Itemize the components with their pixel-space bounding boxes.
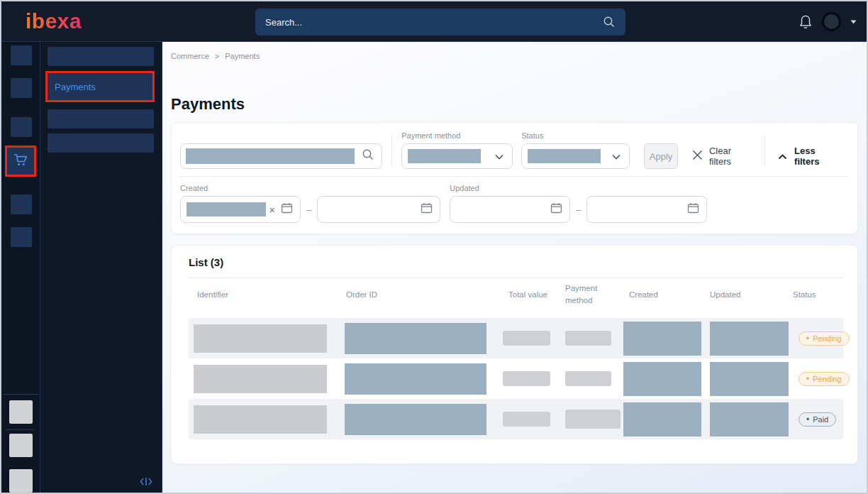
clear-filters-label: Clear filters [709, 146, 752, 167]
table-row[interactable]: Paid [189, 399, 843, 439]
nav-icon-placeholder-3[interactable] [11, 117, 32, 137]
order-id-redacted-cell [345, 404, 486, 435]
filters-divider-1 [391, 135, 392, 166]
ibexa-logo[interactable]: ibexa [26, 9, 82, 33]
created-date-group: Created × – [180, 184, 440, 223]
shopping-cart-icon [12, 153, 29, 170]
table-header-row: Identifier Order ID Total value Payment … [189, 278, 843, 311]
nav-icon-placeholder-2[interactable] [11, 78, 32, 98]
updated-redacted-cell [710, 322, 789, 356]
app-window: ibexa Search... [0, 0, 868, 494]
panel-item-payments-highlighted[interactable]: Payments [45, 71, 155, 102]
panel-item-placeholder-4[interactable] [48, 133, 154, 153]
created-redacted-cell [623, 322, 701, 356]
chevron-down-icon [612, 150, 621, 163]
status-redacted-value [528, 149, 601, 163]
filters-card: Payment method Status [171, 122, 858, 234]
status-badge: Pending [799, 372, 850, 386]
search-redacted-value [186, 148, 355, 164]
panel-item-placeholder-3[interactable] [48, 109, 154, 128]
clear-filters-button[interactable]: Clear filters [692, 143, 752, 169]
calendar-icon[interactable] [550, 202, 562, 216]
nav-icon-placeholder-6[interactable] [11, 227, 32, 247]
page-title: Payments [171, 95, 245, 114]
main-nav-rail [1, 42, 40, 493]
filters-divider-2 [764, 135, 765, 166]
global-search-input[interactable]: Search... [255, 9, 625, 35]
column-header-payment-method: Payment method [565, 282, 609, 307]
updated-redacted-cell [710, 402, 789, 437]
panel-item-payments-label: Payments [55, 82, 96, 92]
column-header-order-id: Order ID [346, 290, 508, 299]
total-value-redacted-cell [503, 371, 550, 386]
chevron-down-icon [495, 150, 503, 163]
nav-item-commerce-highlighted[interactable] [5, 146, 36, 177]
order-id-redacted-cell [345, 363, 486, 395]
column-header-identifier: Identifier [197, 290, 346, 299]
main-content: Commerce > Payments Payments Payment [162, 42, 867, 493]
filters-row-dates: Created × – [172, 177, 857, 230]
column-header-status: Status [793, 290, 843, 299]
breadcrumb-commerce[interactable]: Commerce [171, 52, 209, 60]
payment-method-redacted-cell [565, 331, 611, 346]
search-icon[interactable] [362, 148, 374, 164]
status-label: Status [521, 131, 630, 140]
user-menu-caret-icon[interactable] [850, 20, 857, 24]
date-range-dash: – [576, 204, 581, 215]
less-filters-label: Less filters [794, 146, 839, 167]
column-header-updated: Updated [710, 290, 793, 299]
rail-bottom-placeholder-1[interactable] [9, 400, 33, 424]
status-select[interactable] [521, 143, 630, 169]
panel-collapse-icon[interactable] [140, 476, 152, 489]
total-value-redacted-cell [503, 331, 550, 346]
created-from-date-input[interactable]: × [180, 196, 301, 223]
filters-row-primary: Payment method Status [172, 123, 857, 176]
breadcrumb: Commerce > Payments [171, 52, 260, 60]
topbar: ibexa Search... [1, 1, 867, 42]
rail-separator-bottom [6, 429, 34, 430]
apply-button[interactable]: Apply [644, 143, 678, 169]
less-filters-button[interactable]: Less filters [778, 143, 839, 169]
payment-method-select[interactable] [401, 143, 513, 169]
close-icon [692, 150, 703, 163]
created-to-date-input[interactable] [317, 196, 440, 223]
nav-icon-placeholder-5[interactable] [11, 194, 32, 214]
table-row[interactable]: Pending [189, 318, 843, 358]
created-redacted-cell [623, 402, 701, 437]
payment-method-redacted-cell [565, 371, 611, 386]
status-badge: Paid [799, 412, 836, 427]
breadcrumb-separator: > [215, 52, 219, 60]
rail-bottom-placeholder-3[interactable] [9, 469, 33, 493]
created-label: Created [180, 184, 440, 192]
payment-method-redacted-cell [565, 410, 621, 429]
user-avatar[interactable] [822, 12, 841, 31]
app-body: Payments Commerce > Payments Payments [1, 42, 867, 493]
updated-redacted-cell [710, 362, 789, 396]
panel-item-placeholder-1[interactable] [48, 47, 154, 66]
secondary-nav-panel: Payments [40, 42, 162, 493]
list-search-input[interactable] [180, 143, 382, 169]
date-range-dash: – [306, 204, 311, 215]
notifications-bell-icon[interactable] [799, 14, 813, 30]
calendar-icon[interactable] [421, 202, 433, 216]
identifier-redacted-cell [194, 405, 327, 434]
updated-to-date-input[interactable] [586, 196, 707, 223]
identifier-redacted-cell [194, 365, 327, 393]
payment-method-redacted-value [408, 149, 481, 163]
list-heading: List (3) [172, 246, 857, 278]
updated-from-date-input[interactable] [450, 196, 570, 223]
updated-date-group: Updated – [450, 184, 707, 223]
rail-bottom-placeholder-2[interactable] [9, 434, 33, 457]
calendar-icon[interactable] [281, 202, 293, 216]
order-id-redacted-cell [345, 323, 486, 354]
clear-date-icon[interactable]: × [269, 204, 275, 215]
status-filter-group: Status [521, 131, 630, 169]
table-row[interactable]: Pending [189, 358, 843, 399]
calendar-icon[interactable] [687, 202, 699, 216]
identifier-redacted-cell [194, 324, 327, 353]
total-value-redacted-cell [503, 412, 550, 427]
topbar-actions [799, 1, 857, 42]
nav-icon-placeholder-1[interactable] [11, 45, 32, 65]
payment-method-label: Payment method [401, 131, 513, 140]
search-icon[interactable] [603, 16, 616, 28]
